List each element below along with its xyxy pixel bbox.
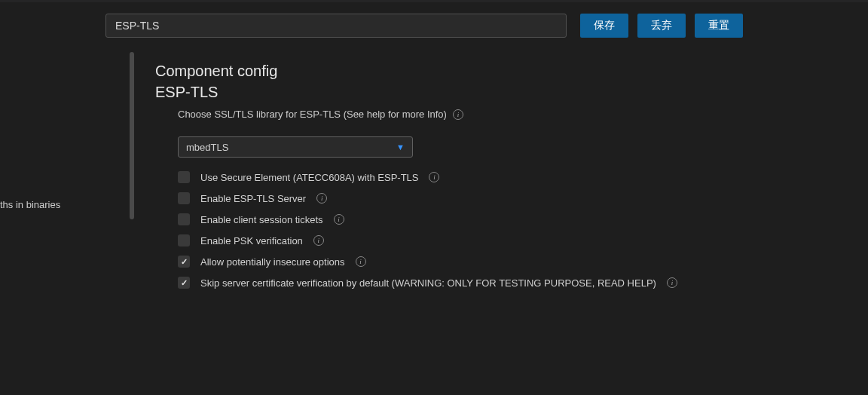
option-label: Use Secure Element (ATECC608A) with ESP-…	[200, 172, 418, 183]
section-title-1: Component config	[155, 60, 677, 81]
section-title-2: ESP-TLS	[155, 81, 677, 103]
info-icon[interactable]: i	[334, 214, 344, 225]
info-icon[interactable]: i	[667, 277, 677, 288]
option-label: Skip server certificate verification by …	[200, 277, 656, 289]
option-checkbox[interactable]	[178, 192, 190, 204]
option-row: Enable ESP-TLS Serveri	[178, 188, 677, 209]
option-checkbox[interactable]	[178, 256, 190, 268]
sidebar-scrollbar[interactable]	[130, 48, 134, 293]
info-icon[interactable]: i	[316, 193, 327, 204]
tls-library-select[interactable]: mbedTLS ▼	[178, 136, 413, 158]
chevron-down-icon: ▼	[396, 142, 405, 152]
option-row: Allow potentially insecure optionsi	[178, 251, 677, 272]
option-checkbox[interactable]	[178, 277, 190, 289]
info-icon[interactable]: i	[453, 109, 463, 120]
section-description: Choose SSL/TLS library for ESP-TLS (See …	[178, 109, 447, 120]
info-icon[interactable]: i	[429, 172, 439, 182]
option-checkbox[interactable]	[178, 171, 190, 183]
options-list: Use Secure Element (ATECC608A) with ESP-…	[178, 167, 677, 293]
save-button[interactable]: 保存	[580, 14, 628, 38]
option-checkbox[interactable]	[178, 213, 190, 225]
option-row: Enable PSK verificationi	[178, 230, 677, 251]
reset-button[interactable]: 重置	[695, 14, 743, 38]
option-row: Use Secure Element (ATECC608A) with ESP-…	[178, 167, 677, 188]
info-icon[interactable]: i	[356, 256, 366, 267]
option-checkbox[interactable]	[178, 234, 190, 246]
sidebar-item[interactable]: ths in binaries	[0, 199, 130, 210]
option-label: Enable PSK verification	[200, 235, 303, 246]
option-row: Enable client session ticketsi	[178, 209, 677, 230]
info-icon[interactable]: i	[313, 235, 324, 246]
toolbar: 保存 丢弃 重置	[0, 3, 868, 48]
discard-button[interactable]: 丢弃	[637, 14, 686, 38]
option-label: Enable ESP-TLS Server	[200, 193, 306, 204]
select-value: mbedTLS	[186, 142, 228, 153]
sidebar: ths in binaries	[0, 48, 130, 293]
search-input[interactable]	[105, 14, 567, 38]
option-label: Allow potentially insecure options	[200, 256, 345, 268]
option-label: Enable client session tickets	[200, 214, 323, 225]
option-row: Skip server certificate verification by …	[178, 272, 677, 293]
